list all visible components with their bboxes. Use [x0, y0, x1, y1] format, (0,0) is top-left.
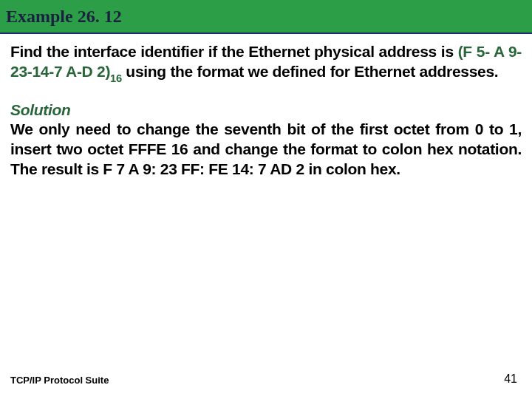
slide-header: Example 26. 12 — [0, 0, 532, 34]
solution-result: F 7 A 9: 23 FF: FE 14: 7 AD 2 — [103, 160, 304, 177]
problem-statement: Find the interface identifier if the Eth… — [10, 41, 522, 85]
solution-label: Solution — [10, 101, 522, 119]
problem-text-1: Find the interface identifier if the Eth… — [10, 43, 458, 60]
solution-body-2: in colon hex. — [304, 160, 400, 177]
footer-text: TCP/IP Protocol Suite — [10, 375, 109, 386]
page-number: 41 — [504, 372, 517, 386]
slide-content: Find the interface identifier if the Eth… — [0, 34, 532, 179]
example-title: Example 26. 12 — [6, 7, 122, 27]
solution-text: We only need to change the seventh bit o… — [10, 119, 522, 180]
solution-block: Solution We only need to change the seve… — [10, 101, 522, 180]
problem-text-2: using the format we defined for Ethernet… — [122, 63, 499, 80]
